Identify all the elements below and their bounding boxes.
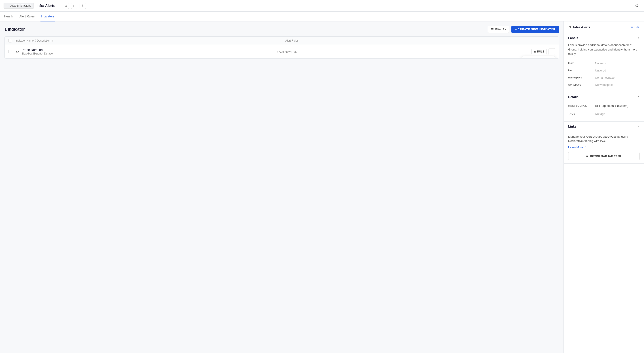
label-val-team: No team [595, 62, 606, 65]
sidebar-header: ↻ Infra Alerts ✏ Edit [564, 21, 644, 33]
back-button[interactable]: ← ALERT STUDIO [4, 3, 34, 9]
back-label: ALERT STUDIO [10, 4, 31, 7]
p-icon-button[interactable]: P [71, 3, 77, 9]
rule-badge-label: RULE [537, 50, 544, 53]
topbar-right: ⚙ [633, 2, 640, 9]
p-icon: P [73, 4, 75, 7]
grid-icon-button[interactable]: ⊞ [62, 3, 69, 9]
label-row-tier: tier Untiered [568, 67, 640, 74]
indicator-count: 1 Indicator [4, 27, 25, 32]
label-row-team: team No team [568, 60, 640, 67]
sidebar-details-header[interactable]: Details ∧ [564, 92, 644, 102]
page-title: Infra Alerts [36, 4, 55, 8]
label-val-namespace: No namespace [595, 76, 614, 79]
download-icon-button[interactable]: ⬇ [80, 3, 86, 9]
subnav-item-alert-rules[interactable]: Alert Rules [19, 12, 35, 21]
sidebar-links-section: Links ∨ Manage your Alert Groups via Git… [564, 122, 644, 164]
detail-val-datasource: RPI - ap-south-1 (system) [595, 104, 640, 107]
subnav-item-indicators[interactable]: Indicators [40, 12, 55, 21]
create-btn-label: + CREATE NEW INDICATOR [515, 28, 556, 31]
toolbar-right: ☰ Filter By + CREATE NEW INDICATOR [488, 26, 559, 33]
gitops-description: Manage your Alert Groups via GitOps by u… [568, 134, 640, 143]
sidebar-links-body: Manage your Alert Groups via GitOps by u… [564, 131, 644, 163]
label-key-tier: tier [568, 69, 595, 72]
more-options-button[interactable]: ⋮ [548, 48, 555, 55]
label-val-workspace: No workspace [595, 83, 613, 86]
download-yaml-icon: ⬇ [586, 155, 588, 158]
more-icon: ⋮ [550, 50, 554, 54]
header-checkbox-area [8, 39, 16, 42]
sidebar-edit-button[interactable]: ✏ Edit [631, 25, 640, 29]
main-layout: 1 Indicator ☰ Filter By + CREATE NEW IND… [0, 21, 644, 353]
subnav: Health Alert Rules Indicators [0, 12, 644, 21]
dropdown-menu: ✏ Edit ⧉ Duplicate 🗑 Delete [522, 56, 555, 58]
download-yaml-label: DOWNLOAD IAC YAML [590, 155, 622, 158]
label-row-workspace: workspace No workspace [568, 81, 640, 88]
gear-icon: ⚙ [635, 3, 639, 8]
sidebar-details-section: Details ∧ DATA SOURCE RPI - ap-south-1 (… [564, 92, 644, 122]
code-icon: <> [16, 50, 20, 54]
table-header: Indicator Name & Description ⇅ Alert Rul… [5, 37, 559, 45]
sidebar-labels-header[interactable]: Labels ∧ [564, 33, 644, 43]
filter-label: Filter By [495, 28, 506, 31]
sidebar-labels-title: Labels [568, 36, 578, 40]
sidebar: ↻ Infra Alerts ✏ Edit Labels ∧ Labels pr… [564, 21, 644, 353]
labels-chevron-icon: ∧ [637, 36, 640, 40]
detail-key-datasource: DATA SOURCE [568, 104, 595, 107]
cycle-icon: ↻ [568, 25, 571, 29]
rule-badge[interactable]: ▣ RULE [531, 49, 547, 54]
detail-row-datasource: DATA SOURCE RPI - ap-south-1 (system) [568, 102, 640, 110]
filter-button[interactable]: ☰ Filter By [488, 26, 509, 33]
filter-icon: ☰ [491, 28, 494, 31]
col1-header: Indicator Name & Description ⇅ [16, 39, 285, 42]
topbar-icons: ⊞ P ⬇ [62, 3, 86, 9]
grid-icon: ⊞ [64, 4, 67, 7]
indicator-table: Indicator Name & Description ⇅ Alert Rul… [4, 36, 559, 58]
sidebar-labels-body: Labels provide additional details about … [564, 43, 644, 92]
topbar: ← ALERT STUDIO Infra Alerts ⊞ P ⬇ ⚙ [0, 0, 644, 12]
detail-key-tags: TAGS [568, 112, 595, 115]
label-key-namespace: namespace [568, 76, 595, 79]
row-rules-area: + Add New Rule [276, 50, 531, 53]
header-checkbox[interactable] [8, 39, 12, 42]
sidebar-labels-section: Labels ∧ Labels provide additional detai… [564, 33, 644, 92]
edit-pencil-icon: ✏ [631, 25, 634, 29]
back-arrow-icon: ← [6, 4, 9, 7]
detail-val-tags: No tags [595, 112, 640, 115]
row-checkbox[interactable] [8, 50, 12, 53]
row-name-description: Probe Duration Blackbox Exporter Duratio… [22, 48, 276, 55]
add-rule-link[interactable]: + Add New Rule [276, 50, 298, 53]
row-checkbox-area [8, 50, 16, 53]
links-chevron-icon: ∨ [637, 125, 640, 128]
table-row: <> Probe Duration Blackbox Exporter Dura… [5, 45, 559, 58]
sort-icon-col1: ⇅ [52, 39, 54, 42]
rule-badge-icon: ▣ [534, 50, 536, 53]
labels-description: Labels provide additional details about … [568, 43, 640, 56]
download-yaml-button[interactable]: ⬇ DOWNLOAD IAC YAML [568, 152, 640, 160]
learn-more-link[interactable]: Learn More ↗ [568, 146, 586, 149]
sidebar-links-header[interactable]: Links ∨ [564, 122, 644, 131]
col1-header-label: Indicator Name & Description [16, 39, 50, 42]
col2-header: Alert Rules [285, 39, 555, 42]
row-indicator-description: Blackbox Exporter Duration [22, 52, 276, 55]
label-key-workspace: workspace [568, 83, 595, 86]
sidebar-title: Infra Alerts [573, 25, 590, 29]
download-icon: ⬇ [82, 4, 84, 7]
dropdown-edit[interactable]: ✏ Edit [522, 57, 555, 58]
sidebar-links-title: Links [568, 125, 576, 128]
row-indicator-name: Probe Duration [22, 48, 276, 52]
sidebar-edit-label: Edit [634, 25, 640, 29]
col2-header-label: Alert Rules [285, 39, 298, 42]
label-row-namespace: namespace No namespace [568, 74, 640, 81]
label-key-team: team [568, 62, 595, 65]
create-indicator-button[interactable]: + CREATE NEW INDICATOR [512, 26, 559, 33]
label-val-tier: Untiered [595, 69, 606, 72]
subnav-item-health[interactable]: Health [4, 12, 14, 21]
detail-row-tags: TAGS No tags [568, 110, 640, 118]
sidebar-details-body: DATA SOURCE RPI - ap-south-1 (system) TA… [564, 102, 644, 121]
details-chevron-icon: ∧ [637, 95, 640, 98]
sidebar-title-row: ↻ Infra Alerts [568, 25, 590, 29]
row-actions: ▣ RULE ⋮ [531, 48, 555, 55]
sidebar-details-title: Details [568, 95, 578, 99]
settings-button[interactable]: ⚙ [633, 2, 640, 9]
